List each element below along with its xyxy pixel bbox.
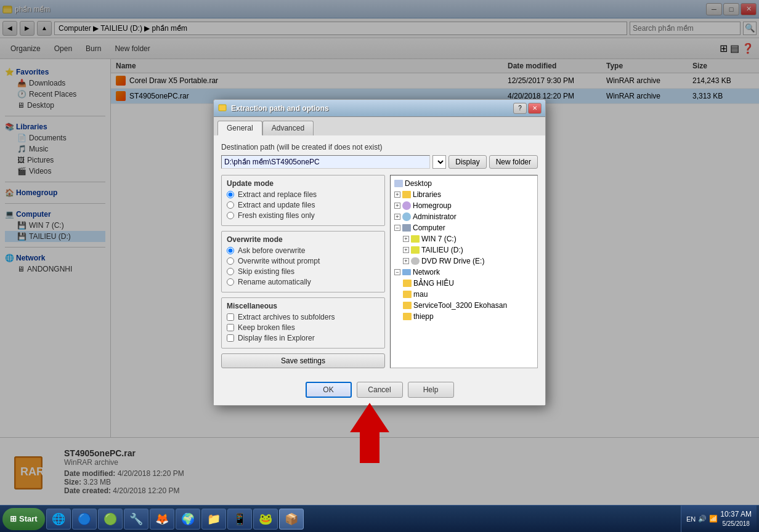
tree-item-administrator[interactable]: + Administrator (393, 211, 535, 222)
tree-label-computer: Computer (413, 224, 445, 232)
libraries-folder-icon (402, 191, 411, 198)
extraction-dialog: Extraction path and options ? ✕ General … (213, 99, 546, 406)
tree-label-servicetool: ServiceTool_3200 Ekohasan (413, 301, 507, 310)
homegroup-icon (402, 201, 411, 210)
expand-homegroup[interactable]: + (394, 203, 400, 209)
tree-label-administrator: Administrator (413, 212, 457, 221)
tree-label-bang-hieu: BẢNG HIÊU (413, 279, 454, 288)
tree-label-network: Network (413, 268, 440, 276)
taskbar-item-folder[interactable]: 📁 (201, 509, 226, 530)
dialog-columns: Update mode Extract and replace files Ex… (221, 175, 538, 368)
tree-item-network[interactable]: − Network (393, 267, 535, 278)
d-drive-icon (411, 246, 420, 254)
thiepp-icon (403, 313, 412, 320)
taskbar-item-7[interactable]: 📱 (227, 509, 252, 530)
tab-advanced[interactable]: Advanced (262, 121, 314, 135)
network-icon-tray: 📶 (709, 515, 718, 523)
expand-computer[interactable]: − (394, 225, 400, 231)
dialog-help-button[interactable]: ? (513, 103, 527, 114)
dialog-controls: ? ✕ (513, 103, 542, 114)
radio-extract-replace[interactable]: Extract and replace files (227, 190, 380, 199)
cancel-button[interactable]: Cancel (357, 382, 403, 398)
tree-item-d-drive[interactable]: + TAILIEU (D:) (393, 244, 535, 256)
taskbar-item-3[interactable]: 🟢 (98, 509, 123, 530)
taskbar-clock[interactable]: 10:37 AM 5/25/2018 (720, 509, 752, 528)
help-footer-button[interactable]: Help (408, 382, 454, 398)
taskbar-right: EN 🔊 📶 10:37 AM 5/25/2018 (681, 506, 757, 532)
new-folder-dialog-button[interactable]: New folder (489, 155, 538, 169)
tab-general[interactable]: General (217, 121, 262, 135)
dialog-left: Update mode Extract and replace files Ex… (221, 175, 385, 368)
tree-item-thiepp[interactable]: thiepp (393, 311, 535, 322)
misc-label: Miscellaneous (227, 302, 380, 310)
expand-network[interactable]: − (394, 269, 400, 275)
tree-item-bang-hieu[interactable]: BẢNG HIÊU (393, 278, 535, 289)
expand-e-drive[interactable]: + (403, 258, 409, 264)
network-icon (402, 269, 411, 275)
svg-marker-7 (351, 404, 388, 462)
taskbar-item-5[interactable]: 🦊 (150, 509, 174, 530)
expand-administrator[interactable]: + (394, 214, 400, 220)
update-mode-label: Update mode (227, 179, 380, 188)
mau-icon (403, 291, 412, 298)
update-mode-group: Update mode Extract and replace files Ex… (221, 175, 385, 226)
radio-extract-update[interactable]: Extract and update files (227, 201, 380, 209)
overwrite-mode-group: Overwrite mode Ask before overwrite Over… (221, 231, 385, 292)
dialog-tabs: General Advanced (214, 117, 545, 135)
dialog-close-button[interactable]: ✕ (528, 103, 542, 114)
user-icon (402, 212, 411, 221)
tree-label-desktop: Desktop (405, 179, 432, 188)
display-button[interactable]: Display (448, 155, 486, 169)
destination-label: Destination path (will be created if doe… (221, 143, 538, 151)
start-button[interactable]: ⊞ Start (2, 508, 45, 530)
radio-overwrite-no-prompt[interactable]: Overwrite without prompt (227, 257, 380, 265)
tree-item-homegroup[interactable]: + Homegroup (393, 200, 535, 211)
desktop-folder-icon (394, 180, 403, 187)
taskbar-item-8[interactable]: 🐸 (253, 509, 278, 530)
overwrite-mode-label: Overwrite mode (227, 235, 380, 244)
c-drive-icon (411, 235, 420, 243)
tree-item-servicetool[interactable]: ServiceTool_3200 Ekohasan (393, 300, 535, 311)
clock-time: 10:37 AM (720, 509, 752, 520)
ok-button[interactable]: OK (306, 382, 352, 398)
radio-ask-overwrite[interactable]: Ask before overwrite (227, 246, 380, 255)
radio-skip-existing[interactable]: Skip existing files (227, 267, 380, 276)
tree-label-thiepp: thiepp (413, 312, 434, 321)
dvd-icon (411, 257, 420, 265)
tree-item-computer[interactable]: − Computer (393, 222, 535, 233)
checkbox-display-explorer[interactable]: Display files in Explorer (227, 334, 380, 342)
clock-date: 5/25/2018 (720, 520, 752, 528)
volume-icon: 🔊 (698, 515, 707, 523)
language-indicator: EN (686, 515, 696, 523)
bang-hieu-icon (403, 280, 412, 287)
taskbar-item-6[interactable]: 🌍 (176, 509, 200, 530)
taskbar-item-winrar[interactable]: 📦 (279, 509, 304, 530)
svg-rect-6 (219, 105, 226, 111)
tree-item-e-drive[interactable]: + DVD RW Drive (E:) (393, 256, 535, 267)
expand-libraries[interactable]: + (394, 191, 400, 198)
tree-label-c-drive: WIN 7 (C:) (421, 235, 457, 243)
taskbar-item-ie[interactable]: 🌐 (46, 509, 71, 530)
computer-icon (402, 224, 411, 232)
expand-c-drive[interactable]: + (403, 236, 409, 242)
radio-rename-auto[interactable]: Rename automatically (227, 278, 380, 286)
tree-label-libraries: Libraries (413, 190, 441, 199)
taskbar-item-4[interactable]: 🔧 (124, 509, 148, 530)
dialog-titlebar: Extraction path and options ? ✕ (214, 100, 545, 117)
checkbox-extract-subfolders[interactable]: Extract archives to subfolders (227, 313, 380, 321)
tree-item-desktop[interactable]: Desktop (393, 178, 535, 189)
tree-item-mau[interactable]: mau (393, 289, 535, 300)
expand-d-drive[interactable]: + (403, 247, 409, 253)
servicetool-icon (403, 302, 412, 309)
checkbox-keep-broken[interactable]: Keep broken files (227, 323, 380, 332)
folder-tree[interactable]: Desktop + Libraries + Homegroup (390, 175, 538, 368)
tree-item-libraries[interactable]: + Libraries (393, 189, 535, 200)
tree-item-c-drive[interactable]: + WIN 7 (C:) (393, 233, 535, 244)
misc-group: Miscellaneous Extract archives to subfol… (221, 297, 385, 349)
save-settings-button[interactable]: Save settings (221, 353, 385, 368)
tree-label-e-drive: DVD RW Drive (E:) (421, 257, 484, 265)
path-dropdown[interactable] (432, 155, 446, 169)
radio-fresh-existing[interactable]: Fresh existing files only (227, 211, 380, 220)
taskbar-item-2[interactable]: 🔵 (72, 509, 97, 530)
destination-path-input[interactable] (221, 155, 430, 169)
